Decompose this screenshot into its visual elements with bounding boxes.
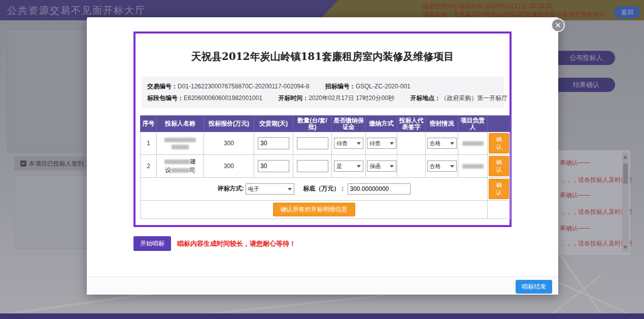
manager-cell <box>458 155 488 178</box>
bidder-fragment: 建 <box>190 158 196 165</box>
col-bidder: 投标人名称 <box>157 116 204 132</box>
chevron-down-icon <box>390 165 394 168</box>
col-deposit: 是否缴纳保证金 <box>332 116 366 132</box>
redacted-bidder-name <box>172 145 189 149</box>
action-cell: 确认 <box>488 155 511 178</box>
redacted-bidder-name <box>171 168 189 173</box>
modal-footer: 唱标结束 <box>87 276 558 295</box>
bidder-fragment: 司 <box>189 167 195 174</box>
delivery-input[interactable] <box>258 160 289 172</box>
bidder-cell: 建 设司 <box>157 155 204 178</box>
confirm-all-button[interactable]: 确认所有的开标明细信息 <box>273 203 355 216</box>
page: 公共资源交易不见面开标大厅 国家授时中心标准时间 2020年2月17日 20:2… <box>0 0 644 319</box>
table-row: 1 300 待查 待查 合格 确认 <box>141 132 511 155</box>
trade-number: 交易编号：D01-12622300076758870C-20200117-002… <box>147 83 309 90</box>
bid-detail-box: 天祝县2012年炭山岭镇181套廉租房室内装修及维修项目 交易编号：D01-12… <box>133 31 512 227</box>
col-quantity: 数量(台/套/批) <box>293 116 332 132</box>
quantity-cell <box>293 132 332 155</box>
bid-table: 序号 投标人名称 投标报价(万元) 交货期(天) 数量(台/套/批) 是否缴纳保… <box>140 115 511 219</box>
col-seq: 序号 <box>141 116 157 132</box>
confirm-all-cell: 确认所有的开标明细信息 <box>141 201 488 219</box>
redacted-bidder-name <box>164 160 190 164</box>
col-action <box>488 116 511 132</box>
start-chant-button[interactable]: 开始唱标 <box>133 236 171 251</box>
seal-select[interactable]: 合格 <box>427 138 457 149</box>
quantity-input[interactable] <box>297 160 328 172</box>
chevron-down-icon <box>288 188 292 190</box>
seal-cell: 合格 <box>426 132 458 155</box>
col-manager: 项目负责人 <box>458 116 488 132</box>
seq-cell: 2 <box>141 155 157 178</box>
quantity-cell <box>293 155 332 178</box>
bid-opening-dialog: 天祝县2012年炭山岭镇181套廉租房室内装修及维修项目 交易编号：D01-12… <box>87 17 558 295</box>
action-cell: 确认 <box>488 132 511 155</box>
seq-cell: 1 <box>141 132 157 155</box>
confirm-all-row: 确认所有的开标明细信息 <box>141 201 511 219</box>
base-price-input[interactable] <box>348 183 411 195</box>
bidder-fragment: 设 <box>165 167 171 174</box>
pay-method-select[interactable]: 保函 <box>367 161 396 172</box>
base-price-label: 标底（万元）： <box>303 185 346 192</box>
chevron-down-icon <box>357 165 361 168</box>
eval-row: 评标方式: 电子 标底（万元）： 确认 <box>141 178 511 201</box>
deposit-select[interactable]: 待查 <box>334 138 363 149</box>
eval-method-select[interactable]: 电子 <box>246 183 294 195</box>
col-delivery: 交货期(天) <box>254 116 293 132</box>
delivery-cell <box>254 132 293 155</box>
price-cell: 300 <box>204 155 254 178</box>
table-header-row: 序号 投标人名称 投标报价(万元) 交货期(天) 数量(台/套/批) 是否缴纳保… <box>141 116 511 132</box>
signature-cell <box>397 155 426 178</box>
project-title: 天祝县2012年炭山岭镇181套廉租房室内装修及维修项目 <box>140 50 505 63</box>
action-cell: 确认 <box>488 178 511 201</box>
col-signature: 投标人代表签字 <box>397 116 426 132</box>
pay-method-cell: 保函 <box>366 155 397 178</box>
tender-number: 招标编号：GSQL-ZC-2020-001 <box>325 83 411 90</box>
chevron-down-icon <box>450 142 454 145</box>
deposit-cell: 是 <box>332 155 366 178</box>
row-confirm-button[interactable]: 确认 <box>489 133 509 153</box>
eval-method-cell: 评标方式: 电子 标底（万元）： <box>141 178 488 201</box>
bidder-cell <box>157 132 204 155</box>
price-cell: 300 <box>204 132 254 155</box>
close-icon[interactable]: ✕ <box>551 18 565 32</box>
chevron-down-icon <box>450 165 454 168</box>
project-info-block: 交易编号：D01-12622300076758870C-20200117-002… <box>141 77 504 108</box>
eval-method-label: 评标方式: <box>217 185 244 192</box>
redacted-bidder-name <box>164 138 196 142</box>
table-row: 2 建 设司 300 是 保函 合格 确认 <box>141 155 511 178</box>
deposit-cell: 待查 <box>332 132 366 155</box>
pay-method-cell: 待查 <box>366 132 397 155</box>
redacted-manager-name <box>462 164 484 169</box>
delivery-cell <box>254 155 293 178</box>
row-confirm-button[interactable]: 确认 <box>489 156 509 176</box>
delivery-input[interactable] <box>258 137 289 149</box>
pay-method-select[interactable]: 待查 <box>367 138 396 149</box>
chevron-down-icon <box>390 142 394 145</box>
seal-select[interactable]: 合格 <box>427 161 457 172</box>
manager-cell <box>458 132 488 155</box>
section-package-number: 标段包编号：E6206000606001982001001 <box>147 94 262 102</box>
open-place: 开标地点：（政府采购）第一开标厅 <box>410 94 507 102</box>
chant-finish-button[interactable]: 唱标结束 <box>516 280 552 294</box>
deposit-select[interactable]: 是 <box>334 161 363 172</box>
redacted-manager-name <box>462 141 484 146</box>
wait-notice: 唱标内容生成时间较长，请您耐心等待！ <box>177 239 296 248</box>
quantity-input[interactable] <box>297 137 328 149</box>
seal-cell: 合格 <box>426 155 458 178</box>
col-pay-method: 缴纳方式 <box>366 116 397 132</box>
col-seal: 密封情况 <box>426 116 458 132</box>
open-time: 开标时间：2020年02月17日 17时20分00秒 <box>278 94 394 102</box>
start-chant-row: 开始唱标 唱标内容生成时间较长，请您耐心等待！ <box>133 236 558 251</box>
eval-confirm-button[interactable]: 确认 <box>489 179 509 199</box>
chevron-down-icon <box>357 142 361 145</box>
col-price: 投标报价(万元) <box>204 116 254 132</box>
signature-cell <box>397 132 426 155</box>
action-cell <box>488 201 511 219</box>
